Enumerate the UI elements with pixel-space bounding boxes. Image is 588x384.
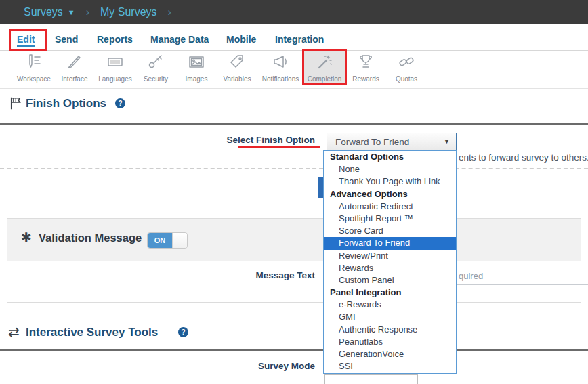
message-text-value: quired [459, 271, 483, 281]
validation-toggle[interactable]: ON [147, 232, 188, 249]
annotation-underline-select-finish-option [238, 146, 320, 148]
toggle-knob [172, 233, 187, 248]
chevron-right-icon: › [168, 6, 171, 18]
option-gmi[interactable]: GMI [324, 311, 456, 323]
option-score-card[interactable]: Score Card [324, 225, 456, 237]
finish-flag-icon [9, 95, 24, 113]
select-arrow-icon: ▼ [444, 133, 450, 150]
toolbar-divider [0, 88, 588, 89]
select-finish-option-label: Select Finish Option [203, 135, 315, 145]
survey-mode-select[interactable] [324, 374, 418, 384]
breadcrumb-surveys-label: Surveys [24, 6, 63, 18]
interactive-tools-help-icon[interactable]: ? [178, 327, 188, 337]
option-none[interactable]: None [324, 163, 456, 175]
option-custom-panel[interactable]: Custom Panel [324, 274, 456, 286]
option-rewards[interactable]: Rewards [324, 262, 456, 274]
group-standard-options: Standard Options [324, 151, 456, 163]
tab-manage-data[interactable]: Manage Data [150, 34, 209, 45]
toolbar-item-notifications[interactable]: Notifications [257, 53, 304, 84]
section-divider [0, 123, 588, 125]
group-advanced-options: Advanced Options [324, 188, 456, 200]
option-forward-to-friend[interactable]: Forward To Friend [324, 237, 456, 249]
option-spotlight-report[interactable]: Spotlight Report ™ [324, 213, 456, 225]
quotas-icon [383, 53, 430, 72]
notifications-icon [257, 53, 304, 72]
validation-message-title: Validation Message [39, 232, 142, 244]
toolbar-item-label: Languages [98, 75, 132, 83]
finish-option-dropdown-list: Standard Options None Thank You Page wit… [323, 150, 457, 374]
option-e-rewards[interactable]: e-Rewards [324, 299, 456, 311]
variables-icon [213, 53, 261, 72]
app-window: Surveys ▼ › My Surveys › Edit Send Repor… [0, 0, 588, 384]
breadcrumb-my-surveys[interactable]: My Surveys [100, 6, 157, 18]
finish-options-help-icon[interactable]: ? [115, 98, 125, 108]
toggle-on-label: ON [148, 233, 172, 248]
asterisk-icon: ✱ [21, 230, 32, 245]
option-generationvoice[interactable]: GenerationVoice [324, 348, 456, 360]
chevron-right-icon: › [86, 6, 89, 18]
interactive-survey-tools-title: Interactive Survey Tools [26, 326, 158, 339]
tab-reports[interactable]: Reports [97, 34, 133, 45]
breadcrumb-surveys[interactable]: Surveys ▼ [24, 6, 75, 18]
breadcrumb: Surveys ▼ › My Surveys › [0, 0, 588, 24]
annotation-box-edit-tab [9, 29, 47, 51]
toolbar-item-variables[interactable]: Variables [213, 53, 261, 84]
tab-mobile[interactable]: Mobile [226, 34, 256, 45]
toolbar-item-label: Interface [62, 75, 88, 83]
option-authentic-response[interactable]: Authentic Response [324, 324, 456, 336]
finish-option-select-value: Forward To Friend [335, 137, 409, 147]
option-peanutlabs[interactable]: Peanutlabs [324, 336, 456, 348]
option-thank-you-page-with-link[interactable]: Thank You Page with Link [324, 175, 456, 188]
tabbar-divider [0, 50, 588, 51]
toolbar-item-label: Variables [224, 75, 251, 83]
swap-arrows-icon: ⇄ [8, 324, 20, 340]
annotation-box-completion [302, 49, 347, 85]
toolbar-item-label: Notifications [262, 75, 299, 83]
validation-message-panel: ✱ Validation Message ON [7, 218, 581, 303]
option-review-print[interactable]: Review/Print [324, 250, 456, 262]
toolbar-item-quotas[interactable]: Quotas [383, 53, 430, 84]
survey-mode-label: Survey Mode [203, 361, 315, 371]
option-ssi[interactable]: SSI [324, 360, 456, 372]
dashed-divider [0, 168, 588, 169]
toolbar-item-label: Quotas [396, 75, 417, 83]
tab-send[interactable]: Send [55, 34, 78, 45]
toolbar-item-label: Workspace [17, 75, 51, 83]
group-panel-integration: Panel Integration [324, 286, 456, 299]
forward-hint-text: ents to forward survey to others. ? [459, 152, 588, 165]
toolbar-item-label: Rewards [352, 75, 379, 83]
message-text-label: Message Text [203, 270, 315, 280]
section-divider [0, 349, 588, 351]
caret-down-icon: ▼ [68, 8, 75, 16]
option-automatic-redirect[interactable]: Automatic Redirect [324, 200, 456, 213]
finish-option-select[interactable]: Forward To Friend ▼ [327, 133, 457, 151]
tab-integration[interactable]: Integration [275, 34, 324, 45]
toolbar-item-label: Images [186, 75, 208, 83]
finish-options-title: Finish Options [26, 97, 106, 110]
toolbar-item-label: Security [144, 75, 168, 83]
